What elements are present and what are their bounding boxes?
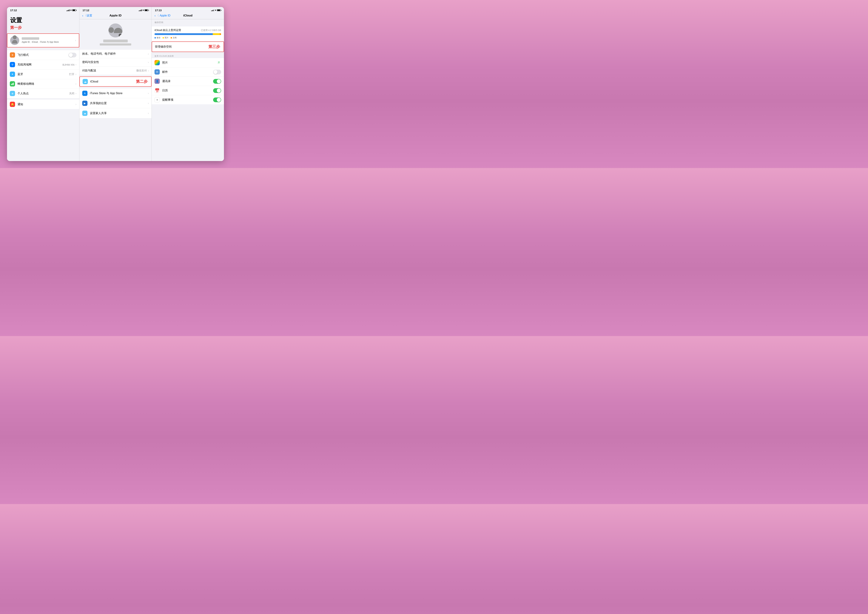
screen-settings: 17:12 ▾ 设置 第一步	[7, 7, 79, 161]
svg-rect-0	[11, 84, 12, 85]
row-icloud[interactable]: ☁ iCloud 第二步 ›	[79, 76, 152, 87]
dot-backup	[155, 37, 156, 39]
row-password-security[interactable]: 密码与安全性 ›	[79, 58, 152, 67]
settings-header: 设置 第一步	[7, 13, 79, 33]
time-2: 17:12	[82, 9, 89, 12]
back-chevron-3: ‹	[155, 14, 155, 17]
bluetooth-label: 蓝牙	[17, 73, 69, 76]
app-row-photos[interactable]: 照片 开	[152, 58, 224, 67]
bar-docs	[220, 33, 221, 35]
payment-label: 付款与配送	[82, 69, 136, 73]
account-info: Apple ID、iCloud、iTunes 与 App Store	[22, 37, 73, 43]
airplane-toggle[interactable]	[68, 53, 76, 57]
calendar-toggle[interactable]	[213, 88, 221, 93]
manage-label: 管理储存空间	[155, 45, 206, 49]
row-find-me[interactable]: ▶ 共享我的位置 ›	[79, 98, 152, 109]
signal-icon-3	[211, 9, 214, 11]
app-row-calendar[interactable]: JUN 15 日历	[152, 86, 224, 95]
airplane-icon: ✈	[10, 52, 15, 57]
nav-title-2: Apple ID	[110, 14, 122, 17]
account-cell[interactable]: Apple ID、iCloud、iTunes 与 App Store ›	[7, 33, 79, 47]
status-bar-1: 17:12 ▾	[7, 7, 79, 13]
legend-docs: 文档	[170, 36, 177, 39]
profile-avatar: ✎	[108, 23, 122, 37]
row-itunes[interactable]: A iTunes Store 与 App Store ›	[79, 88, 152, 98]
family-chevron: ›	[148, 112, 149, 115]
row-payment[interactable]: 付款与配送 微信支付 ›	[79, 67, 152, 75]
family-label: 设置家人共享	[90, 112, 148, 115]
password-label: 密码与安全性	[82, 60, 148, 64]
airplane-label: 飞行模式	[17, 53, 68, 57]
legend-docs-label: 文档	[173, 36, 177, 39]
mail-toggle[interactable]	[213, 70, 221, 74]
reminders-toggle[interactable]	[213, 98, 221, 102]
legend-backup: 备份	[155, 36, 160, 39]
nav-back-2[interactable]: ‹ 〈设置	[82, 14, 92, 17]
bluetooth-chevron: ›	[75, 73, 76, 76]
photos-on-text: 开	[218, 61, 220, 64]
row-notification[interactable]: 🔔 通知 ›	[7, 99, 79, 109]
back-chevron-2: ‹	[82, 14, 83, 17]
screen-icloud: 17:13 ▾ ‹ 〈 Apple ID iCloud	[152, 7, 224, 161]
screens-container: 17:12 ▾ 设置 第一步	[7, 7, 224, 161]
app-row-contacts[interactable]: 👤 通讯录	[152, 77, 224, 86]
avatar	[10, 36, 19, 45]
settings-section-2: 🔔 通知 ›	[7, 99, 79, 109]
icloud-storage-cell: iCloud 由云上贵州运营 已使用 4.2 GB/5 GB 备份 照片	[152, 26, 224, 41]
manage-chevron: ›	[220, 45, 221, 48]
edit-badge: ✎	[119, 34, 122, 37]
name-phone-label: 姓名、电话号码、电子邮件	[82, 52, 148, 56]
row-bluetooth[interactable]: ✦ 蓝牙 打开 ›	[7, 70, 79, 79]
icloud-apps-section: 使用 ICLOUD 的应用 照片 开 ✉ 邮件 👤 通讯录	[152, 53, 224, 104]
nav-back-label-2: 〈设置	[84, 14, 92, 17]
notification-chevron: ›	[75, 103, 76, 106]
dot-photos	[163, 37, 164, 39]
settings-title: 设置	[10, 16, 76, 24]
icloud-apps-label: 使用 ICLOUD 的应用	[152, 53, 224, 58]
row-wifi[interactable]: 无线局域网 BJHW-XN ›	[7, 60, 79, 70]
status-icons-3: ▾	[211, 9, 221, 12]
bluetooth-icon: ✦	[10, 71, 15, 77]
wifi-icon-2: ▾	[143, 9, 144, 12]
app-row-reminders[interactable]: ≡ 提醒事项	[152, 95, 224, 104]
account-subtitle: Apple ID、iCloud、iTunes 与 App Store	[22, 40, 73, 43]
row-hotspot[interactable]: ⊕ 个人热点 关闭 ›	[7, 89, 79, 98]
nav-back-3[interactable]: ‹ 〈 Apple ID	[155, 14, 170, 17]
wifi-row-icon	[10, 62, 15, 67]
calendar-icon: JUN 15	[155, 88, 160, 93]
screen-apple-id: 17:12 ▾ ‹ 〈设置 Apple ID	[79, 7, 152, 161]
cellular-label: 蜂窝移动网络	[17, 82, 75, 86]
account-chevron: ›	[75, 39, 76, 42]
svg-rect-2	[12, 83, 13, 85]
signal-icon-1	[67, 9, 70, 11]
payment-value: 微信支付	[136, 69, 147, 72]
time-1: 17:12	[10, 9, 17, 12]
contacts-toggle[interactable]	[213, 79, 221, 84]
nav-bar-3: ‹ 〈 Apple ID iCloud	[152, 13, 224, 19]
status-icons-2: ▾	[139, 9, 148, 12]
password-chevron: ›	[148, 61, 149, 64]
row-name-phone[interactable]: 姓名、电话号码、电子邮件 ›	[79, 50, 152, 58]
battery-icon-2	[144, 9, 148, 11]
contacts-label: 通讯录	[162, 79, 213, 83]
photos-icon	[155, 60, 160, 65]
storage-header: iCloud 由云上贵州运营 已使用 4.2 GB/5 GB	[155, 28, 221, 32]
app-row-mail[interactable]: ✉ 邮件	[152, 67, 224, 77]
row-family[interactable]: ☁ 设置家人共享 ›	[79, 109, 152, 118]
manage-storage-row[interactable]: 管理储存空间 第三步 ›	[152, 42, 224, 52]
signal-icon-2	[139, 9, 142, 11]
dot-docs	[170, 37, 172, 39]
legend-photos-label: 照片	[165, 36, 169, 39]
row-cellular[interactable]: 蜂窝移动网络 ›	[7, 79, 79, 89]
itunes-label: iTunes Store 与 App Store	[90, 91, 148, 95]
storage-bar	[155, 33, 221, 35]
bluetooth-value: 打开	[69, 73, 74, 76]
legend-photos: 照片	[163, 36, 169, 39]
row-airplane[interactable]: ✈ 飞行模式	[7, 50, 79, 60]
notification-icon: 🔔	[10, 102, 15, 107]
contacts-icon: 👤	[155, 79, 160, 84]
hotspot-chevron: ›	[75, 92, 76, 95]
cellular-icon	[10, 81, 15, 87]
mail-icon: ✉	[155, 69, 160, 74]
time-3: 17:13	[155, 9, 161, 12]
